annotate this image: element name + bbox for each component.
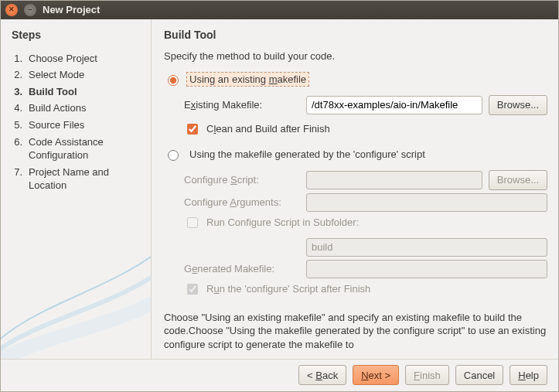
- main-panel: Build Tool Specify the method to build y…: [152, 19, 558, 359]
- radio-existing-makefile-label[interactable]: Using an existing makefile: [187, 73, 308, 86]
- subfolder-label: Run Configure Script in Subfolder:: [206, 216, 359, 228]
- step-item: 1.Choose Project: [12, 50, 141, 67]
- configure-script-input: [306, 171, 482, 189]
- titlebar: ✕ – New Project: [1, 1, 558, 19]
- page-title: Build Tool: [164, 29, 547, 41]
- wizard-window: ✕ – New Project Steps 1.Choose Project2.…: [0, 0, 559, 392]
- radio-configure-script[interactable]: [168, 150, 179, 161]
- step-item: 6.Code Assistance Configuration: [12, 134, 141, 164]
- minimize-icon[interactable]: –: [24, 4, 36, 16]
- subfolder-input: [306, 238, 547, 257]
- configure-args-label: Configure Arguments:: [184, 196, 300, 208]
- generated-makefile-input: [306, 260, 547, 278]
- generated-makefile-label: Generated Makefile:: [184, 263, 300, 274]
- wizard-footer: < Back Next > Finish Cancel Help: [1, 359, 558, 391]
- run-configure-after-checkbox: [187, 284, 198, 295]
- step-item: 5.Source Files: [12, 117, 141, 134]
- finish-button: Finish: [405, 365, 449, 385]
- browse-script-button: Browse...: [489, 170, 547, 190]
- clean-build-checkbox[interactable]: [187, 124, 198, 135]
- radio-existing-makefile[interactable]: [168, 75, 179, 86]
- existing-makefile-input[interactable]: [306, 96, 482, 114]
- existing-makefile-label: Existing Makefile:: [184, 99, 300, 111]
- configure-args-input: [306, 193, 547, 212]
- cancel-button[interactable]: Cancel: [455, 365, 503, 385]
- steps-heading: Steps: [12, 29, 141, 41]
- run-configure-after-label: Run the 'configure' Script after Finish: [206, 283, 370, 295]
- lead-text: Specify the method to build your code.: [164, 50, 547, 62]
- subfolder-checkbox: [187, 217, 198, 228]
- close-icon[interactable]: ✕: [5, 4, 18, 16]
- window-title: New Project: [43, 4, 100, 15]
- next-button[interactable]: Next >: [353, 365, 399, 385]
- help-button[interactable]: Help: [510, 365, 547, 385]
- back-button[interactable]: < Back: [298, 365, 346, 385]
- configure-script-label: Configure Script:: [184, 174, 300, 186]
- step-item: 4.Build Actions: [12, 100, 141, 117]
- browse-makefile-button[interactable]: Browse...: [489, 95, 547, 115]
- step-item: 7.Project Name and Location: [12, 164, 141, 194]
- step-item: 3.Build Tool: [12, 84, 141, 101]
- decorative-swoosh: [1, 204, 152, 359]
- clean-build-label: Clean and Build after Finish: [206, 123, 330, 135]
- description-text: Choose "Using an existing makefile" and …: [164, 311, 547, 351]
- radio-configure-script-label[interactable]: Using the makefile generated by the 'con…: [187, 148, 428, 161]
- step-item: 2.Select Mode: [12, 66, 141, 84]
- steps-sidebar: Steps 1.Choose Project2.Select Mode3.Bui…: [1, 19, 152, 359]
